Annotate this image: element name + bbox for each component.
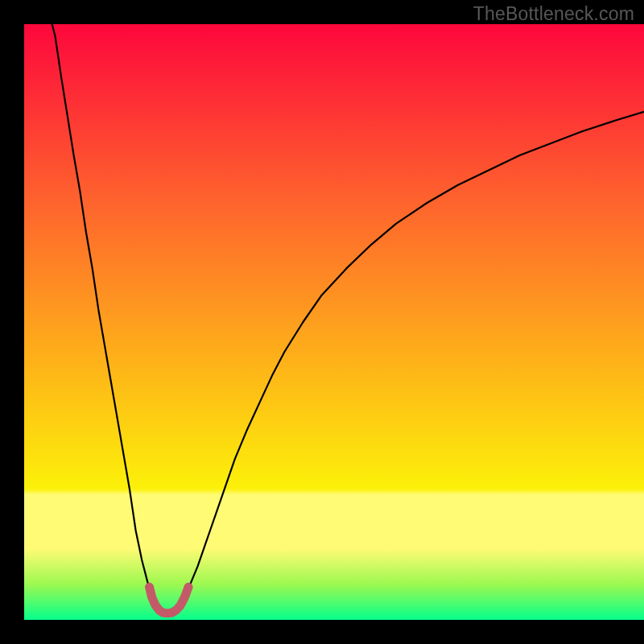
watermark-text: TheBottleneck.com: [473, 3, 634, 25]
curve-bottom-u: [150, 587, 189, 613]
curve-left-arm: [52, 24, 158, 608]
curve-layer: [24, 24, 644, 620]
plot-area: [24, 24, 644, 620]
curve-right-arm: [178, 112, 644, 608]
chart-frame: TheBottleneck.com: [0, 0, 644, 644]
